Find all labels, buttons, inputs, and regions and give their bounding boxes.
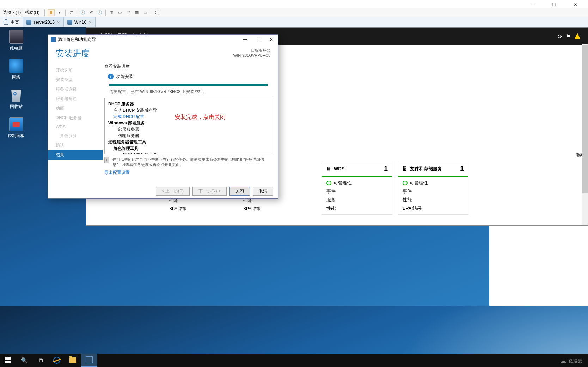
wizard-icon xyxy=(51,37,56,42)
ie-button[interactable] xyxy=(49,354,65,367)
close-button[interactable]: 关闭 xyxy=(229,187,250,196)
wizard-close-button[interactable]: ✕ xyxy=(268,37,275,42)
search-button[interactable]: 🔍 xyxy=(16,354,32,367)
icon-control-panel[interactable]: 控制面板 xyxy=(4,117,29,139)
warning-icon[interactable] xyxy=(574,33,581,39)
refresh-icon[interactable]: ⟳ xyxy=(558,33,562,40)
tab-win10-label: Win10 xyxy=(74,20,86,25)
vm-menubar: 选项卡(T) 帮助(H) II ▾ 🖵 🕘 ↶ 🕑 ◫ ▭ ⬚ ▥ ▭ ⛶ xyxy=(0,8,588,17)
result-rsat: 远程服务器管理工具 xyxy=(108,139,269,145)
card-row[interactable]: ↑可管理性 xyxy=(326,180,388,186)
start-button[interactable] xyxy=(0,354,16,367)
card-row[interactable]: 性能 xyxy=(403,197,464,203)
close-button[interactable]: ✕ xyxy=(568,2,582,7)
flag-icon[interactable]: ⚑ xyxy=(566,33,571,40)
card-wds-count: 1 xyxy=(384,165,388,173)
nav-confirm: 确认 xyxy=(48,141,103,150)
watermark: ☁ 亿速云 xyxy=(560,357,582,365)
fullscreen-icon[interactable]: ⛶ xyxy=(153,9,160,16)
tab-home[interactable]: 主页 xyxy=(0,17,23,27)
nav-server-select: 服务器选择 xyxy=(48,85,103,94)
storage-icon: 🗄 xyxy=(403,166,407,171)
icon-recycle-bin[interactable]: 回收站 xyxy=(4,88,29,110)
pause-icon[interactable]: II xyxy=(48,9,55,16)
wizard-footer: < 上一步(P) 下一步(N) > 关闭 取消 xyxy=(48,184,278,198)
icon-this-pc[interactable]: 此电脑 xyxy=(4,30,29,51)
taskbar: 🔍 ⧉ xyxy=(0,354,588,367)
wizard-titlebar[interactable]: 添加角色和功能向导 — ☐ ✕ xyxy=(48,35,278,44)
snapshot-icon[interactable]: 🕘 xyxy=(79,9,86,16)
wizard-nav: 开始之前 安装类型 服务器选择 服务器角色 功能 DHCP 服务器 WDS 角色… xyxy=(48,62,103,184)
view-unity-icon[interactable]: ⬚ xyxy=(125,9,132,16)
pc-icon xyxy=(9,30,23,44)
maximize-button[interactable]: ❐ xyxy=(547,2,561,7)
status-ok-icon: ↑ xyxy=(403,181,408,185)
vm-icon xyxy=(26,20,31,25)
wizard-window-title: 添加角色和功能向导 xyxy=(58,37,96,43)
folder-icon xyxy=(69,357,76,363)
wds-icon: 🖥 xyxy=(326,166,331,171)
next-button: 下一步(N) > xyxy=(192,187,227,196)
result-dhcp: DHCP 服务器 xyxy=(108,101,269,107)
close-icon[interactable]: ✕ xyxy=(88,20,92,25)
card-row[interactable]: 事件 xyxy=(403,188,464,195)
wizard-heading: 安装进度 xyxy=(56,48,90,59)
minimize-button[interactable]: — xyxy=(526,2,540,7)
server-manager-button[interactable] xyxy=(81,354,97,367)
nav-wds: WDS xyxy=(48,123,103,131)
card-row[interactable]: BPA 结果 xyxy=(403,205,464,212)
network-icon xyxy=(9,59,23,73)
result-dhcp-tools: DHCP 服务器工具 xyxy=(108,152,269,154)
target-server-label: 目标服务器 xyxy=(233,48,270,53)
card-row[interactable]: 性能 xyxy=(326,205,388,212)
card-file-count: 1 xyxy=(460,165,464,173)
nav-server-roles: 服务器角色 xyxy=(48,94,103,104)
info-icon: i xyxy=(108,74,114,79)
tab-win10[interactable]: Win10✕ xyxy=(64,17,96,27)
target-server-value: WIN-9B1GVRPBHC8 xyxy=(233,53,270,57)
manage-icon[interactable]: 🕑 xyxy=(96,9,103,16)
card-row[interactable]: ↑可管理性 xyxy=(403,180,464,186)
export-settings-link[interactable]: 导出配置设置 xyxy=(104,170,272,176)
explorer-button[interactable] xyxy=(65,354,81,367)
task-view-button[interactable]: ⧉ xyxy=(32,354,49,367)
view-progress-label: 查看安装进度 xyxy=(104,63,272,69)
send-icon[interactable]: 🖵 xyxy=(68,9,75,16)
view-split-icon[interactable]: ◫ xyxy=(108,9,115,16)
card-row[interactable]: 服务 xyxy=(326,197,388,203)
nav-dhcp: DHCP 服务器 xyxy=(48,113,103,123)
menu-help[interactable]: 帮助(H) xyxy=(23,10,42,16)
results-box[interactable]: DHCP 服务器 启动 DHCP 安装后向导 完成 DHCP 配置 Window… xyxy=(104,98,272,154)
wizard-main: 查看安装进度 i 功能安装 需要配置。已在 WIN-9B1GVRPBHC8 上安… xyxy=(103,62,278,184)
cancel-button[interactable]: 取消 xyxy=(253,187,273,196)
play-icon[interactable]: ▾ xyxy=(56,9,63,16)
nav-results[interactable]: 结果 xyxy=(48,150,103,160)
menu-tabs[interactable]: 选项卡(T) xyxy=(1,10,23,16)
card-file-storage[interactable]: 🗄文件和存储服务1 ↑可管理性 事件 性能 BPA 结果 xyxy=(398,161,468,215)
scrollbar[interactable] xyxy=(582,44,588,225)
nav-before-begin: 开始之前 xyxy=(48,66,103,75)
close-icon[interactable]: ✕ xyxy=(57,20,60,25)
wizard-maximize-button[interactable]: ☐ xyxy=(255,37,263,42)
watermark-text: 亿速云 xyxy=(569,358,582,364)
view-thumb-icon[interactable]: ▭ xyxy=(142,9,149,16)
annotation-red-text: 安装完成，点击关闭 xyxy=(175,114,226,121)
view-multi-icon[interactable]: ▥ xyxy=(133,9,140,16)
wizard-minimize-button[interactable]: — xyxy=(241,37,250,42)
status-ok-icon: ↑ xyxy=(326,181,331,185)
revert-icon[interactable]: ↶ xyxy=(88,9,95,16)
card-wds[interactable]: 🖥WDS1 ↑可管理性 事件 服务 性能 xyxy=(322,161,392,215)
icon-network[interactable]: 网络 xyxy=(4,59,29,80)
cloud-icon: ☁ xyxy=(560,357,566,365)
card-row[interactable]: 事件 xyxy=(326,188,388,195)
nav-role-services: 角色服务 xyxy=(48,131,103,141)
progress-bar xyxy=(109,84,268,86)
tab-server2016[interactable]: server2016✕ xyxy=(23,17,64,27)
view-full-icon[interactable]: ▭ xyxy=(116,9,123,16)
result-dhcp-launch: 启动 DHCP 安装后向导 xyxy=(108,107,269,114)
recycle-bin-icon xyxy=(9,88,23,102)
nav-install-type: 安装类型 xyxy=(48,75,103,85)
server-manager-icon xyxy=(86,356,93,363)
add-roles-wizard: 添加角色和功能向导 — ☐ ✕ 安装进度 目标服务器 WIN-9B1GVRPBH… xyxy=(48,34,278,199)
partial-card-1: 性能BPA 结果 xyxy=(164,197,229,213)
